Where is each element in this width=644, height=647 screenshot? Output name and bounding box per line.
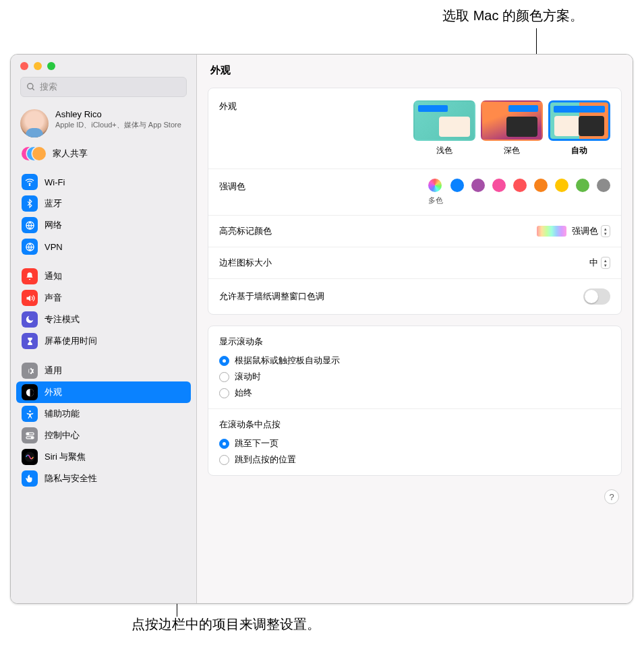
accent-label: 强调色 xyxy=(219,179,428,193)
bluetooth-icon xyxy=(22,195,38,212)
sidebar-item-label: 外观 xyxy=(45,386,62,398)
svg-line-1 xyxy=(32,88,34,90)
scrollclick-option-0[interactable]: 跳至下一页 xyxy=(219,437,296,450)
sidebar-item-蓝牙[interactable]: 蓝牙 xyxy=(16,193,191,214)
accent-purple[interactable] xyxy=(471,179,485,192)
sidebar-item-label: VPN xyxy=(45,242,63,252)
svg-point-0 xyxy=(28,84,33,89)
sidebar-list: Wi-Fi蓝牙网络VPN通知声音专注模式屏幕使用时间通用外观辅助功能控制中心Si… xyxy=(11,168,196,603)
annotation-bottom: 点按边栏中的项目来调整设置。 xyxy=(131,615,320,634)
accent-graphite[interactable] xyxy=(597,179,610,192)
sidebar-item-label: 屏幕使用时间 xyxy=(45,335,97,347)
search-input[interactable]: 搜索 xyxy=(20,77,187,97)
tint-toggle[interactable] xyxy=(583,288,610,305)
zoom-button[interactable] xyxy=(47,62,55,70)
close-button[interactable] xyxy=(20,62,28,70)
sidebar-item-控制中心[interactable]: 控制中心 xyxy=(16,425,191,446)
accent-multicolor[interactable] xyxy=(428,179,442,192)
sidebar-item-Siri 与聚焦[interactable]: Siri 与聚焦 xyxy=(16,446,191,468)
sound-icon xyxy=(22,290,38,306)
sidebar-item-label: Siri 与聚焦 xyxy=(45,451,86,463)
appearance-panel: 外观 浅色深色自动 强调色 多色 高亮标记颜色 强调色 ▴▾ xyxy=(208,88,622,315)
accent-orange[interactable] xyxy=(534,179,548,192)
sidebar-item-屏幕使用时间[interactable]: 屏幕使用时间 xyxy=(16,330,191,352)
sidebar-item-Wi-Fi[interactable]: Wi-Fi xyxy=(16,171,191,193)
appearance-option-light[interactable]: 浅色 xyxy=(413,100,475,156)
sidebar-item-label: 蓝牙 xyxy=(45,197,62,210)
sidebar-size-select[interactable]: 中 ▴▾ xyxy=(589,257,610,269)
scrollbars-title: 显示滚动条 xyxy=(219,336,263,348)
highlight-select[interactable]: 强调色 ▴▾ xyxy=(572,225,610,237)
help-button[interactable]: ? xyxy=(604,489,619,504)
sidebar-item-label: 控制中心 xyxy=(45,429,80,441)
accent-multicolor-label: 多色 xyxy=(428,195,443,206)
gear-icon xyxy=(22,363,38,379)
radio-label: 跳到点按的位置 xyxy=(235,454,296,466)
minimize-button[interactable] xyxy=(34,62,42,70)
accent-green[interactable] xyxy=(576,179,589,192)
sidebar-item-label: 专注模式 xyxy=(45,313,80,326)
scrollbars-option-0[interactable]: 根据鼠标或触控板自动显示 xyxy=(219,355,340,367)
sidebar-item-label: 辅助功能 xyxy=(45,408,80,420)
sidebar-size-value: 中 xyxy=(589,257,598,269)
sidebar-item-VPN[interactable]: VPN xyxy=(16,236,191,257)
hand-icon xyxy=(22,470,38,487)
window-controls xyxy=(11,55,196,74)
siri-icon xyxy=(22,449,38,465)
sidebar-item-声音[interactable]: 声音 xyxy=(16,287,191,309)
accent-red[interactable] xyxy=(513,179,527,192)
radio-label: 跳至下一页 xyxy=(235,437,279,450)
search-icon xyxy=(26,82,36,92)
sidebar-item-label: Wi-Fi xyxy=(45,177,65,187)
user-name: Ashley Rico xyxy=(55,109,181,119)
appearance-option-auto[interactable]: 自动 xyxy=(548,100,610,156)
scrollclick-option-1[interactable]: 跳到点按的位置 xyxy=(219,454,296,466)
highlight-label: 高亮标记颜色 xyxy=(219,225,537,237)
globe-icon xyxy=(22,239,38,255)
appearance-option-label: 浅色 xyxy=(413,145,475,156)
svg-point-6 xyxy=(29,410,31,412)
sidebar-item-专注模式[interactable]: 专注模式 xyxy=(16,309,191,330)
sidebar-item-外观[interactable]: 外观 xyxy=(16,381,191,403)
updown-icon: ▴▾ xyxy=(601,257,610,269)
svg-point-2 xyxy=(29,185,30,185)
scrollbars-option-2[interactable]: 始终 xyxy=(219,387,340,399)
sidebar-item-通知[interactable]: 通知 xyxy=(16,266,191,287)
sidebar-item-apple-id[interactable]: Ashley Rico Apple ID、iCloud+、媒体与 App Sto… xyxy=(11,102,196,143)
accent-blue[interactable] xyxy=(450,179,464,192)
sidebar-item-family[interactable]: 家人共享 xyxy=(11,143,196,168)
scroll-panel: 显示滚动条 根据鼠标或触控板自动显示滚动时始终 在滚动条中点按 跳至下一页跳到点… xyxy=(208,326,622,476)
radio-icon xyxy=(219,388,229,398)
sidebar-item-label: 通用 xyxy=(45,365,62,377)
sidebar-item-网络[interactable]: 网络 xyxy=(16,214,191,236)
hourglass-icon xyxy=(22,333,38,349)
svg-point-9 xyxy=(27,433,29,435)
radio-icon xyxy=(219,372,229,382)
accent-pink[interactable] xyxy=(492,179,506,192)
sidebar-item-label: 网络 xyxy=(45,219,62,231)
accent-yellow[interactable] xyxy=(555,179,568,192)
sidebar-item-通用[interactable]: 通用 xyxy=(16,360,191,381)
page-title: 外观 xyxy=(197,55,633,85)
sidebar: 搜索 Ashley Rico Apple ID、iCloud+、媒体与 App … xyxy=(11,55,197,603)
content-area: 外观 外观 浅色深色自动 强调色 多色 高亮标记颜色 强调色 xyxy=(197,55,633,603)
svg-point-10 xyxy=(31,437,33,439)
sidebar-item-label: 隐私与安全性 xyxy=(45,472,97,485)
highlight-swatch-icon xyxy=(537,226,566,237)
updown-icon: ▴▾ xyxy=(601,225,610,237)
sidebar-item-辅助功能[interactable]: 辅助功能 xyxy=(16,403,191,425)
appearance-option-label: 深色 xyxy=(481,145,543,156)
appearance-option-dark[interactable]: 深色 xyxy=(481,100,543,156)
radio-label: 滚动时 xyxy=(235,371,261,383)
appearance-thumb-dark xyxy=(481,100,543,141)
globe-icon xyxy=(22,217,38,233)
sidebar-item-隐私与安全性[interactable]: 隐私与安全性 xyxy=(16,468,191,489)
sidebar-size-label: 边栏图标大小 xyxy=(219,257,589,269)
appearance-thumb-auto xyxy=(548,100,610,141)
appearance-thumb-light xyxy=(413,100,475,141)
switches-icon xyxy=(22,427,38,443)
wifi-icon xyxy=(22,174,38,190)
scrollbars-option-1[interactable]: 滚动时 xyxy=(219,371,340,383)
scroll-click-title: 在滚动条中点按 xyxy=(219,419,281,431)
family-label: 家人共享 xyxy=(53,148,88,160)
